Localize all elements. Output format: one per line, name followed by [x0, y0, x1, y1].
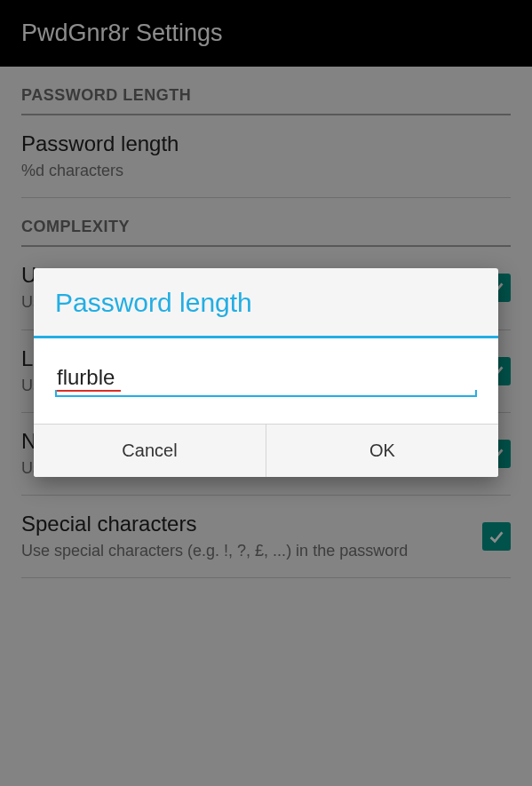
ok-button[interactable]: OK [266, 425, 498, 477]
dialog-buttons: Cancel OK [34, 424, 498, 477]
dialog-password-length: Password length Cancel OK [34, 268, 498, 477]
spellcheck-underline [57, 390, 121, 392]
input-wrap [55, 360, 477, 397]
cancel-button[interactable]: Cancel [34, 425, 266, 477]
dialog-header: Password length [34, 268, 498, 338]
dialog-body [34, 338, 498, 424]
dialog-title: Password length [55, 288, 477, 318]
